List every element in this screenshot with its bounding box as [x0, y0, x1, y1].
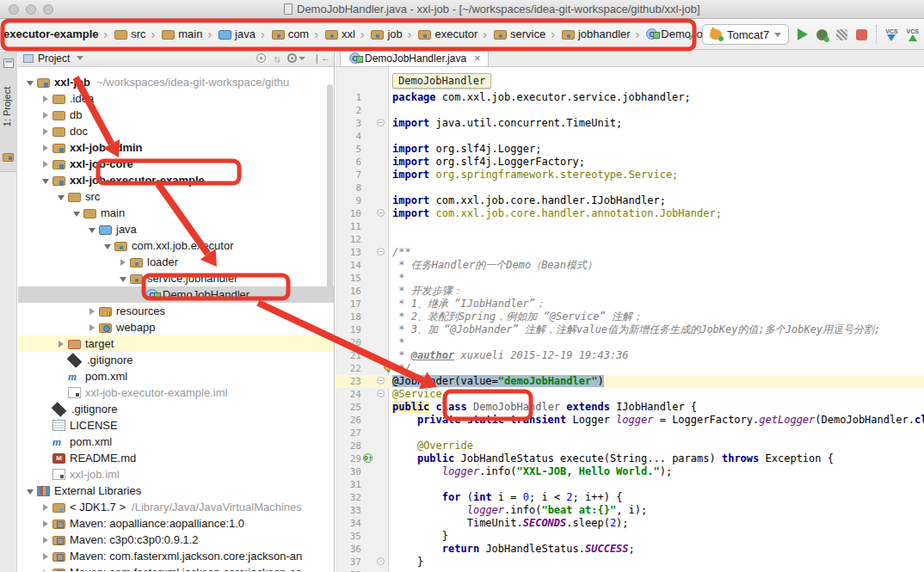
tree-row--gitignore[interactable]: .gitignore — [18, 352, 334, 368]
editor-tab-demojobhandler[interactable]: C DemoJobHandler.java × — [340, 49, 489, 66]
tree-row-xxl-job-executor-example-iml[interactable]: xxl-job-executor-example.iml — [18, 384, 334, 401]
expanded-arrow-icon[interactable] — [25, 76, 35, 89]
collapsed-arrow-icon[interactable] — [40, 157, 51, 170]
collapsed-arrow-icon[interactable] — [87, 304, 97, 317]
code-view[interactable]: 1package com.xxl.job.executor.service.jo… — [336, 91, 924, 572]
zoom-window-button[interactable] — [43, 4, 53, 15]
breadcrumb-item-executor-example[interactable]: executor-example — [2, 26, 101, 42]
minimize-window-button[interactable] — [26, 4, 36, 15]
editor-body[interactable]: 1package com.xxl.job.executor.service.jo… — [336, 67, 924, 572]
project-tool-window-tab[interactable]: 1: Project — [0, 52, 17, 172]
collapsed-arrow-icon[interactable] — [40, 550, 51, 563]
tree-row-xxl-job-executor-example[interactable]: xxl-job-executor-example — [18, 172, 334, 188]
tree-row-com-xxl-job-executor[interactable]: com.xxl.job.executor — [18, 237, 334, 254]
collapsed-arrow-icon[interactable] — [40, 566, 51, 571]
code-token: org.springframework.stereotype.Service; — [429, 169, 678, 181]
vcs-update-button[interactable]: VCS — [885, 28, 897, 41]
traffic-lights[interactable] — [9, 4, 53, 15]
tree-row-maven-com-fasterxml-jackson-core-jackson-an[interactable]: Maven: com.fasterxml.jackson.core:jackso… — [18, 548, 334, 564]
tree-row-xxl-job-admin[interactable]: xxl-job-admin — [18, 139, 334, 156]
overriding-method-icon[interactable]: o↑ — [363, 453, 373, 463]
coverage-button[interactable] — [836, 29, 847, 40]
stop-button[interactable] — [856, 29, 867, 40]
navigate-down-icon[interactable]: ↓ — [687, 28, 694, 42]
tree-row-service-jobhandler[interactable]: service.jobhandler — [18, 270, 334, 286]
tree-row-maven-com-fasterxml-jackson-core-jackson-co[interactable]: Maven: com.fasterxml.jackson.core:jackso… — [18, 564, 334, 571]
tree-row-doc[interactable]: doc — [18, 123, 334, 139]
vcs-commit-button[interactable]: VCS — [907, 28, 919, 41]
breadcrumb-item-job[interactable]: job — [367, 26, 403, 42]
breadcrumb-item-main[interactable]: main — [158, 26, 204, 42]
run-button[interactable] — [798, 28, 808, 40]
collapsed-arrow-icon[interactable] — [87, 321, 97, 334]
editor-area[interactable]: C DemoJobHandler.java × 1package com.xxl… — [336, 50, 924, 572]
fold-marker-icon[interactable]: – — [377, 119, 385, 126]
collapsed-arrow-icon[interactable] — [56, 337, 66, 350]
collapsed-arrow-icon[interactable] — [40, 92, 51, 105]
collapsed-arrow-icon[interactable] — [40, 108, 51, 121]
collapse-all-icon[interactable]: ↑↓ — [274, 53, 280, 64]
tree-row-maven-aopalliance-aopalliance-1-0[interactable]: Maven: aopalliance:aopalliance:1.0 — [18, 515, 334, 532]
breadcrumb-item-executor[interactable]: executor — [415, 26, 479, 42]
code-token: } — [392, 556, 423, 568]
tree-row-xxl-job-core[interactable]: xxl-job-core — [18, 156, 334, 172]
fold-marker-icon[interactable]: – — [377, 209, 385, 217]
tree-row-db[interactable]: db — [18, 107, 334, 123]
collapsed-arrow-icon[interactable] — [40, 125, 51, 138]
tree-row-xxl-job[interactable]: xxl-job~/workspaces/idea-git-workspace/g… — [18, 74, 334, 90]
breadcrumb-item-xxl[interactable]: xxl — [322, 26, 357, 42]
tree-row--jdk1-7-[interactable]: < JDK1.7 >/Library/Java/JavaVirtualMachi… — [18, 499, 334, 515]
expanded-arrow-icon[interactable] — [102, 239, 113, 252]
tree-row-demojobhandler[interactable]: CDemoJobHandler — [18, 286, 334, 303]
breadcrumb-item-src[interactable]: src — [111, 26, 147, 42]
breadcrumb-item-java[interactable]: java — [215, 26, 257, 42]
tree-row--gitignore[interactable]: .gitignore — [18, 401, 334, 417]
line-number: 15 — [336, 272, 361, 285]
tree-row-loader[interactable]: loader — [18, 254, 334, 270]
close-tab-icon[interactable]: × — [474, 52, 481, 65]
tree-row-pom-xml[interactable]: mpom.xml — [18, 368, 334, 384]
tree-row-license[interactable]: LICENSE — [18, 417, 334, 434]
settings-button[interactable] — [287, 53, 305, 63]
collapsed-arrow-icon[interactable] — [40, 533, 51, 546]
tree-row--idea[interactable]: .idea — [18, 90, 334, 107]
tree-row-pom-xml[interactable]: mpom.xml — [18, 434, 334, 450]
fold-marker-icon[interactable]: ˄ — [377, 557, 385, 565]
code-token: * — [392, 349, 411, 361]
hide-panel-icon[interactable]: ❘← — [313, 52, 330, 64]
breadcrumb-item-jobhandler[interactable]: jobhandler — [558, 26, 632, 42]
tree-row-readme-md[interactable]: MREADME.md — [18, 450, 334, 466]
tree-row-webapp[interactable]: webapp — [18, 319, 334, 335]
breadcrumb-item-com[interactable]: com — [268, 26, 311, 42]
project-panel-title[interactable]: Project — [38, 52, 70, 65]
breadcrumb-item-service[interactable]: service — [490, 26, 547, 42]
tree-row-maven-c3p0-c3p0-0-9-1-2[interactable]: Maven: c3p0:c3p0:0.9.1.2 — [18, 532, 334, 548]
close-window-button[interactable] — [9, 4, 19, 15]
collapsed-arrow-icon[interactable] — [118, 255, 128, 268]
excl-icon — [68, 340, 81, 349]
collapsed-arrow-icon[interactable] — [40, 501, 51, 514]
tree-row-target[interactable]: target — [18, 335, 334, 352]
expanded-arrow-icon[interactable] — [87, 223, 97, 236]
expanded-arrow-icon[interactable] — [25, 484, 35, 497]
tree-row-java[interactable]: java — [18, 221, 334, 237]
tree-row-external-libraries[interactable]: External Libraries — [18, 483, 334, 499]
project-view-chevron-icon[interactable] — [77, 56, 83, 60]
tree-row-xxl-job-iml[interactable]: xxl-job.iml — [18, 466, 334, 483]
tree-row-main[interactable]: main — [18, 205, 334, 221]
tree-row-resources[interactable]: resources — [18, 303, 334, 319]
collapsed-arrow-icon[interactable] — [40, 517, 51, 530]
debug-button[interactable] — [816, 29, 828, 40]
collapsed-arrow-icon[interactable] — [40, 141, 51, 154]
fold-marker-icon[interactable]: – — [377, 248, 385, 255]
fold-marker-icon[interactable]: – — [377, 390, 385, 397]
expanded-arrow-icon[interactable] — [71, 206, 82, 219]
run-configuration-select[interactable]: Tomcat7 — [702, 24, 789, 45]
intention-bulb-icon[interactable] — [384, 362, 392, 371]
expanded-arrow-icon[interactable] — [40, 174, 51, 187]
tree-row-src[interactable]: src — [18, 188, 334, 205]
locate-icon[interactable] — [256, 53, 266, 63]
fold-marker-icon[interactable]: – — [377, 377, 385, 384]
expanded-arrow-icon[interactable] — [56, 190, 66, 203]
expanded-arrow-icon[interactable] — [118, 272, 128, 285]
